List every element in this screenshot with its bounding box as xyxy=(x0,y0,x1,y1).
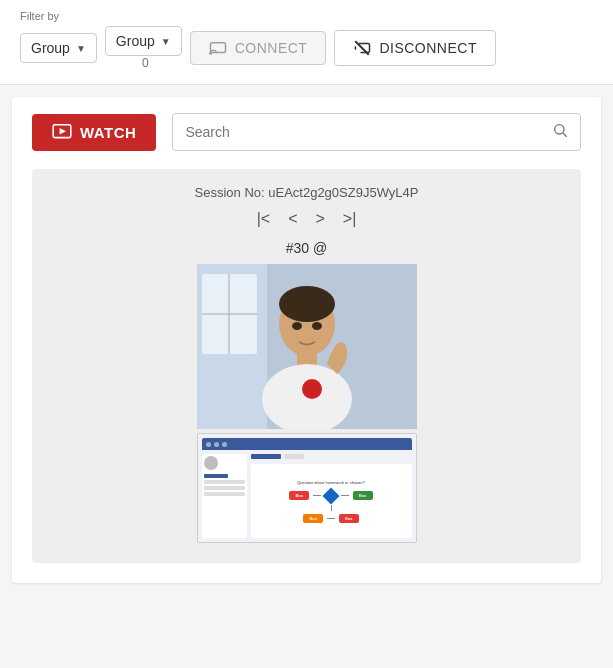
connect-button[interactable]: CONNECT xyxy=(190,31,327,65)
header-dot2 xyxy=(214,442,219,447)
watch-button[interactable]: WATCH xyxy=(32,114,156,151)
last-page-button[interactable]: >| xyxy=(337,208,363,230)
cast-icon xyxy=(209,41,227,55)
video-frame xyxy=(197,264,417,429)
session-area: Session No: uEAct2g2g0SZ9J5WyL4P |< < > … xyxy=(32,169,581,563)
prev-page-button[interactable]: < xyxy=(282,208,303,230)
person-video xyxy=(197,264,417,429)
flowchart-area: Question about homework or chosen? Box B… xyxy=(251,464,412,538)
svg-point-17 xyxy=(292,322,302,330)
filter-row: Group ▼ Group ▼ 0 CONNECT DISCO xyxy=(20,26,593,70)
connect-label: CONNECT xyxy=(235,40,308,56)
pagination: |< < > >| xyxy=(251,208,363,230)
play-icon xyxy=(52,124,72,140)
svg-marker-4 xyxy=(60,128,66,134)
sidebar-line1 xyxy=(204,480,245,484)
svg-point-16 xyxy=(302,379,322,399)
header-dot1 xyxy=(206,442,211,447)
sidebar-line2 xyxy=(204,486,245,490)
chevron-down-icon2: ▼ xyxy=(161,36,171,47)
search-input[interactable] xyxy=(185,124,544,140)
first-page-button[interactable]: |< xyxy=(251,208,277,230)
disconnect-icon xyxy=(353,39,371,57)
fc-row1: Box Box xyxy=(289,490,372,502)
search-box xyxy=(172,113,581,151)
chevron-down-icon: ▼ xyxy=(76,43,86,54)
filter-label: Filter by xyxy=(20,10,593,22)
next-page-button[interactable]: > xyxy=(310,208,331,230)
disconnect-button[interactable]: DISCONNECT xyxy=(334,30,496,66)
svg-point-18 xyxy=(312,322,322,330)
frame-label: #30 @ xyxy=(286,240,327,256)
session-number: Session No: uEAct2g2g0SZ9J5WyL4P xyxy=(195,185,419,200)
screen-inner: Question about homework or chosen? Box B… xyxy=(198,434,416,542)
group1-label: Group xyxy=(31,40,70,56)
fc-box-green: Box xyxy=(353,491,373,500)
svg-point-5 xyxy=(555,125,564,134)
screen-header xyxy=(202,438,412,450)
header-dot3 xyxy=(222,442,227,447)
search-icon xyxy=(552,122,568,142)
main-content: WATCH Session No: uEAct2g2g0SZ9J5WyL4P |… xyxy=(12,97,601,583)
group2-dropdown[interactable]: Group ▼ xyxy=(105,26,182,56)
svg-line-6 xyxy=(563,133,567,137)
group2-label: Group xyxy=(116,33,155,49)
sidebar-line-blue xyxy=(204,474,229,478)
screen-main-area: Question about homework or chosen? Box B… xyxy=(251,454,412,538)
fc-box-orange: Box xyxy=(303,514,323,523)
badge-count: 0 xyxy=(142,56,149,70)
disconnect-label: DISCONNECT xyxy=(379,40,477,56)
screen-body: Question about homework or chosen? Box B… xyxy=(202,454,412,538)
watch-label: WATCH xyxy=(80,124,136,141)
sidebar-line3 xyxy=(204,492,245,496)
fc-box-red: Box xyxy=(289,491,309,500)
svg-point-1 xyxy=(209,52,212,55)
group1-dropdown[interactable]: Group ▼ xyxy=(20,33,97,63)
top-bar: Filter by Group ▼ Group ▼ 0 CONNECT xyxy=(0,0,613,85)
screen-thumbnail: Question about homework or chosen? Box B… xyxy=(197,433,417,543)
toolbar: WATCH xyxy=(32,113,581,151)
fc-box-red2: Box xyxy=(339,514,359,523)
group2-wrapper: Group ▼ 0 xyxy=(105,26,182,70)
screen-sidebar xyxy=(202,454,247,538)
fc-row2: Box Box xyxy=(303,514,358,523)
svg-point-13 xyxy=(279,286,335,322)
